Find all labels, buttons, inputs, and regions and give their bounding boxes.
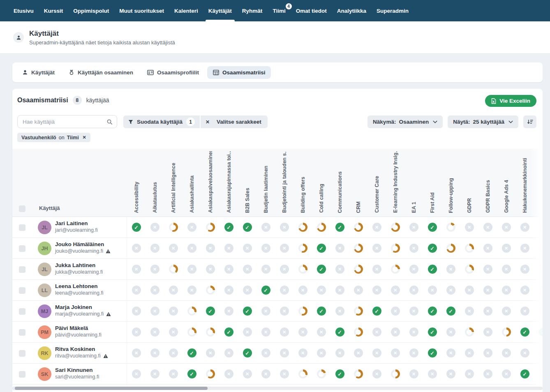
filter-users-label: Suodata käyttäjiä: [137, 119, 183, 125]
row-checkbox[interactable]: [19, 308, 25, 315]
status-none-icon: ✕: [224, 369, 233, 378]
nav-item-k-ytt-j-t[interactable]: Käyttäjät: [208, 0, 232, 21]
row-checkbox[interactable]: [19, 371, 25, 378]
column-header-budjetointi-ja-talouden-s[interactable]: Budjetointi ja talouden s…: [275, 149, 293, 217]
user-name: Marja Jokinen: [55, 304, 111, 310]
status-done-icon: ✓: [243, 223, 252, 232]
view-select[interactable]: Näkymä: Osaaminen: [367, 115, 443, 128]
column-header-communications[interactable]: Communications: [330, 149, 349, 217]
status-progress-icon: [169, 265, 178, 274]
tab-k-ytt-j-n-osaaminen[interactable]: Käyttäjän osaaminen: [63, 66, 139, 79]
row-checkbox[interactable]: [19, 245, 25, 252]
column-header-customer-care[interactable]: Customer Care: [367, 149, 386, 217]
row-checkbox[interactable]: [19, 329, 25, 336]
tab-osaamisprofiilit[interactable]: Osaamisprofiilit: [141, 66, 205, 79]
skill-cell: ✕: [534, 286, 543, 295]
column-header-follow-upping[interactable]: Follow-upping: [441, 149, 460, 217]
skill-cell: ✓: [423, 307, 441, 316]
nav-item-kurssit[interactable]: Kurssit: [44, 0, 63, 21]
status-none-icon: ✕: [502, 348, 511, 357]
status-none-icon: ✕: [243, 265, 252, 274]
nav-item-etusivu[interactable]: Etusivu: [14, 0, 34, 21]
page-size-select[interactable]: Näytä: 25 käyttäjää: [448, 115, 518, 128]
status-done-icon: ✓: [446, 307, 455, 316]
table-row[interactable]: RKRitva Koskinenritva@vuolearning.fi✕✕✕✓…: [12, 343, 543, 364]
table-row[interactable]: JLJari Laitinenjari@vuolearning.fi✓✕✕✓✓✕…: [12, 217, 543, 238]
scrollbar-thumb[interactable]: [15, 387, 208, 390]
export-excel-button[interactable]: Vie Exceliin: [485, 95, 536, 107]
column-header-e-learning-industry-insig[interactable]: E-learning Industry Insig…: [386, 149, 404, 217]
nav-item-omat-tiedot[interactable]: Omat tiedot: [296, 0, 327, 21]
status-none-icon: ✕: [261, 327, 270, 337]
search-input[interactable]: [18, 119, 106, 125]
search-icon[interactable]: [106, 119, 117, 125]
row-checkbox[interactable]: [19, 266, 25, 273]
nav-item-superadmin[interactable]: Superadmin: [377, 0, 409, 21]
row-checkbox[interactable]: [19, 287, 25, 294]
table-row[interactable]: MJMarja Jokinenmarja@vuolearning.fi✕✕✕✓✕…: [12, 301, 543, 322]
choose-columns-button[interactable]: Valitse sarakkeet: [210, 115, 268, 128]
table-row[interactable]: LLLeena Lehtonenleena@vuolearning.fi✕✕✕✕…: [12, 280, 543, 301]
column-header-budjetin-laatiminen[interactable]: Budjetin laatiminen: [257, 149, 275, 217]
column-header-crm[interactable]: CRM: [349, 149, 367, 217]
skill-cell: ✕: [146, 307, 164, 316]
nav-item-tiimi[interactable]: Tiimi4: [273, 0, 285, 21]
horizontal-scrollbar[interactable]: [12, 387, 543, 390]
sort-button[interactable]: [523, 115, 536, 128]
skill-cell: ✓: [330, 223, 349, 232]
nav-item-muut-suoritukset[interactable]: Muut suoritukset: [119, 0, 164, 21]
skill-cell: ✕: [238, 369, 257, 378]
filter-users-button[interactable]: Suodata käyttäjiä 1: [123, 115, 200, 128]
row-checkbox[interactable]: [19, 350, 25, 357]
tab-k-ytt-j-t[interactable]: Käyttäjät: [16, 66, 60, 79]
user-info: Päivi Mäkeläpäivi@vuolearning.fi: [55, 325, 102, 338]
nav-item-kalenteri[interactable]: Kalenteri: [174, 0, 198, 21]
column-header-asiakasrajapinnassa-toi[interactable]: Asiakasrajapinnassa toi…: [220, 149, 238, 217]
skill-cell: ✕: [146, 265, 164, 274]
status-progress-icon: [354, 223, 363, 232]
status-none-icon: ✕: [465, 369, 474, 378]
status-none-icon: ✕: [483, 265, 492, 274]
status-none-icon: ✕: [187, 244, 196, 253]
donut-hole: [356, 267, 361, 272]
table-row[interactable]: SKSari Kinnunensari@vuolearning.fi✕✕✕✓✕✕…: [12, 364, 543, 385]
nav-item-ryhm-t[interactable]: Ryhmät: [242, 0, 263, 21]
column-header-artificial-intelligence[interactable]: Artificial Intelligence: [164, 149, 183, 217]
column-header-building-offers[interactable]: Building offers: [293, 149, 312, 217]
user-name: Jukka Lahtinen: [55, 262, 103, 268]
column-header-gdpr[interactable]: GDPR: [460, 149, 478, 217]
skill-cell: [312, 369, 330, 378]
row-checkbox[interactable]: [19, 224, 25, 231]
column-header-aikataulutus[interactable]: Aikataulutus: [146, 149, 164, 217]
tab-osaamismatriisi[interactable]: Osaamismatriisi: [207, 66, 271, 79]
column-header-col[interactable]: …: [534, 149, 543, 217]
column-header-accessibility[interactable]: Accessibility: [127, 149, 146, 217]
column-header-label: Aikataulutus: [152, 182, 158, 213]
status-progress-icon: [298, 244, 307, 253]
donut-hole: [171, 225, 176, 230]
column-header-ea-1[interactable]: EA 1: [404, 149, 423, 217]
remove-filter-button[interactable]: ✕: [83, 135, 86, 140]
user-info: Jari Laitinenjari@vuolearning.fi: [55, 220, 98, 233]
column-header-first-aid[interactable]: First Aid: [423, 149, 441, 217]
column-header-google-ads-4[interactable]: Google Ads 4: [497, 149, 515, 217]
status-none-icon: ✕: [317, 286, 326, 295]
nav-item-oppimispolut[interactable]: Oppimispolut: [73, 0, 109, 21]
column-header-hakukonemarkkinointi[interactable]: Hakukonemarkkinointi: [515, 149, 534, 217]
table-row[interactable]: JHJouko Hämäläinenjouko@vuolearning.fi✕✕…: [12, 238, 543, 259]
table-row[interactable]: PMPäivi Mäkeläpäivi@vuolearning.fi✕✕✕✓✕✕…: [12, 322, 543, 343]
table-row[interactable]: JLJukka Lahtinenjukka@vuolearning.fi✕✕✕✕…: [12, 259, 543, 280]
select-all-checkbox[interactable]: [19, 205, 25, 212]
nav-item-analytiikka[interactable]: Analytiikka: [337, 0, 366, 21]
status-progress-icon: [465, 327, 474, 337]
column-header-asiakashallinta[interactable]: Asiakashallinta: [183, 149, 201, 217]
column-header-cold-calling[interactable]: Cold calling: [312, 149, 330, 217]
skill-cell: ✕: [441, 348, 460, 357]
column-header-gdpr-basics[interactable]: GDPR Basics: [478, 149, 497, 217]
column-header-b2b-sales[interactable]: B2B Sales: [238, 149, 257, 217]
skill-cell: ✓: [534, 327, 543, 337]
status-progress-icon: [354, 265, 363, 274]
status-progress-icon: [465, 244, 474, 253]
column-header-asiakaspalveluosaaminen[interactable]: Asiakaspalveluosaaminen: [201, 149, 220, 217]
status-none-icon: ✕: [150, 244, 159, 253]
